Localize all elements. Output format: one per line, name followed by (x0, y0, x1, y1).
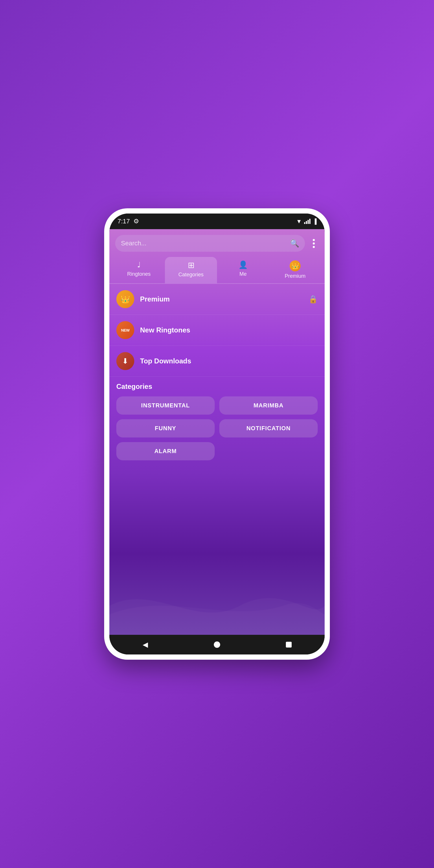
phone-frame: 7:17 ⚙ ▼ ▐ Search... 🔍 (104, 208, 330, 660)
list-item-top-downloads[interactable]: ⬇ Top Downloads (110, 346, 324, 377)
category-notification[interactable]: NOTIFICATION (219, 419, 318, 437)
list-item-new-ringtones[interactable]: NEW New Ringtones (110, 315, 324, 346)
back-icon: ◀ (143, 641, 148, 649)
tab-me[interactable]: 👤 Me (217, 257, 269, 283)
bottom-spacer (110, 465, 324, 517)
categories-icon: ⊞ (188, 260, 194, 270)
lock-icon: 🔒 (308, 295, 318, 304)
dot-2 (313, 243, 315, 245)
search-bar[interactable]: Search... 🔍 (115, 235, 305, 252)
me-icon: 👤 (239, 260, 248, 269)
premium-item-icon: 👑 (116, 290, 134, 308)
more-menu-button[interactable] (308, 239, 319, 248)
gear-icon: ⚙ (133, 218, 139, 225)
download-arrow-icon: ⬇ (122, 357, 128, 366)
recents-button[interactable] (280, 636, 298, 653)
home-icon (214, 642, 220, 648)
top-downloads-icon: ⬇ (116, 352, 134, 370)
category-marimba[interactable]: MARIMBA (219, 396, 318, 414)
tab-ringtones-label: Ringtones (127, 271, 151, 277)
category-row-2: FUNNY NOTIFICATION (116, 419, 318, 437)
phone-screen: 7:17 ⚙ ▼ ▐ Search... 🔍 (110, 214, 324, 654)
app-content: Search... 🔍 ♩ Ringtones ⊞ (110, 229, 324, 635)
premium-badge: 👑 (290, 260, 301, 271)
status-right: ▼ ▐ (296, 218, 316, 225)
bottom-nav: ◀ (110, 635, 324, 654)
ringtones-icon: ♩ (137, 260, 141, 269)
categories-title: Categories (116, 382, 318, 391)
category-row-3: ALARM (116, 442, 318, 460)
new-badge-text: NEW (121, 328, 130, 333)
category-instrumental[interactable]: INSTRUMENTAL (116, 396, 215, 414)
search-placeholder: Search... (121, 240, 286, 247)
premium-item-label: Premium (140, 295, 303, 303)
list-container: 👑 Premium 🔒 NEW New Ringtones ⬇ (110, 284, 324, 635)
signal-bars (304, 219, 310, 224)
time-display: 7:17 (118, 218, 130, 225)
tab-premium-label: Premium (285, 273, 306, 279)
category-row-1: INSTRUMENTAL MARIMBA (116, 396, 318, 414)
category-buttons-grid: INSTRUMENTAL MARIMBA FUNNY NOTIFICATION … (116, 396, 318, 460)
crown-icon: 👑 (291, 262, 299, 270)
dot-1 (313, 239, 315, 241)
wifi-icon: ▼ (296, 218, 302, 225)
new-ringtones-label: New Ringtones (140, 326, 318, 334)
tab-ringtones[interactable]: ♩ Ringtones (113, 257, 165, 283)
home-button[interactable] (208, 636, 226, 653)
search-icon: 🔍 (290, 239, 299, 248)
status-left: 7:17 ⚙ (118, 218, 139, 225)
back-button[interactable]: ◀ (136, 636, 154, 653)
categories-section: Categories INSTRUMENTAL MARIMBA FUNNY NO… (110, 377, 324, 465)
tab-categories[interactable]: ⊞ Categories (165, 257, 217, 283)
tab-categories-label: Categories (178, 272, 204, 278)
recents-icon (286, 642, 292, 648)
wave-decoration (110, 577, 324, 635)
top-downloads-label: Top Downloads (140, 357, 318, 365)
tab-premium[interactable]: 👑 Premium (269, 257, 321, 283)
list-item-premium[interactable]: 👑 Premium 🔒 (110, 284, 324, 315)
new-ringtones-icon: NEW (116, 321, 134, 339)
category-funny[interactable]: FUNNY (116, 419, 215, 437)
status-bar: 7:17 ⚙ ▼ ▐ (110, 214, 324, 229)
dot-3 (313, 246, 315, 248)
battery-icon: ▐ (313, 218, 316, 224)
category-alarm[interactable]: ALARM (116, 442, 215, 460)
tab-bar: ♩ Ringtones ⊞ Categories 👤 Me 👑 (110, 255, 324, 283)
premium-crown-icon: 👑 (121, 295, 130, 304)
tab-me-label: Me (239, 271, 247, 277)
search-bar-container: Search... 🔍 (110, 229, 324, 255)
